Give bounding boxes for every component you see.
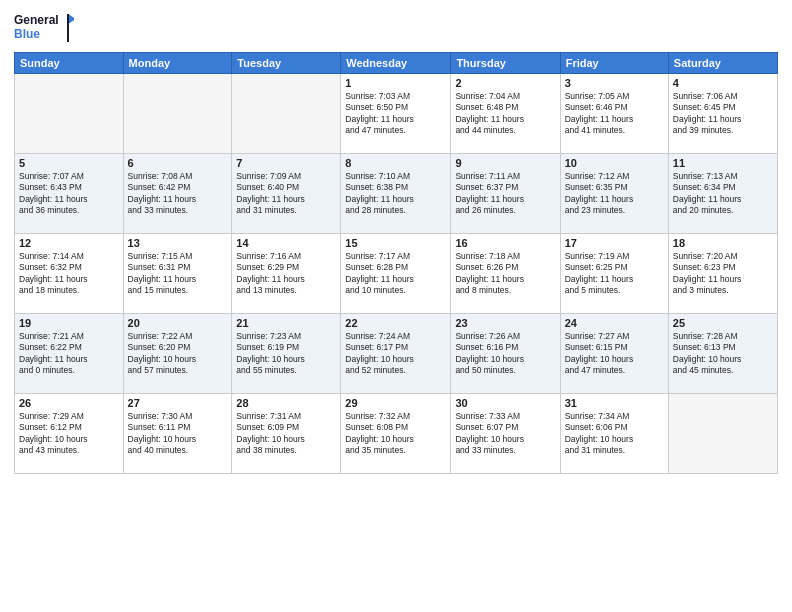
day-info: Sunrise: 7:24 AM Sunset: 6:17 PM Dayligh… [345,331,446,377]
day-number: 24 [565,317,664,329]
day-number: 19 [19,317,119,329]
weekday-header-monday: Monday [123,53,232,74]
day-number: 22 [345,317,446,329]
day-info: Sunrise: 7:05 AM Sunset: 6:46 PM Dayligh… [565,91,664,137]
calendar-cell [668,394,777,474]
day-number: 16 [455,237,555,249]
calendar-cell: 25Sunrise: 7:28 AM Sunset: 6:13 PM Dayli… [668,314,777,394]
calendar-cell: 9Sunrise: 7:11 AM Sunset: 6:37 PM Daylig… [451,154,560,234]
day-info: Sunrise: 7:11 AM Sunset: 6:37 PM Dayligh… [455,171,555,217]
calendar-cell [123,74,232,154]
day-info: Sunrise: 7:31 AM Sunset: 6:09 PM Dayligh… [236,411,336,457]
day-number: 5 [19,157,119,169]
calendar-cell: 2Sunrise: 7:04 AM Sunset: 6:48 PM Daylig… [451,74,560,154]
calendar-cell [232,74,341,154]
calendar-cell: 12Sunrise: 7:14 AM Sunset: 6:32 PM Dayli… [15,234,124,314]
day-number: 9 [455,157,555,169]
calendar-cell: 14Sunrise: 7:16 AM Sunset: 6:29 PM Dayli… [232,234,341,314]
day-number: 13 [128,237,228,249]
day-info: Sunrise: 7:15 AM Sunset: 6:31 PM Dayligh… [128,251,228,297]
day-info: Sunrise: 7:19 AM Sunset: 6:25 PM Dayligh… [565,251,664,297]
calendar: SundayMondayTuesdayWednesdayThursdayFrid… [14,52,778,474]
day-number: 26 [19,397,119,409]
day-number: 4 [673,77,773,89]
day-info: Sunrise: 7:18 AM Sunset: 6:26 PM Dayligh… [455,251,555,297]
calendar-cell: 4Sunrise: 7:06 AM Sunset: 6:45 PM Daylig… [668,74,777,154]
day-info: Sunrise: 7:04 AM Sunset: 6:48 PM Dayligh… [455,91,555,137]
weekday-header-wednesday: Wednesday [341,53,451,74]
day-number: 28 [236,397,336,409]
calendar-cell: 20Sunrise: 7:22 AM Sunset: 6:20 PM Dayli… [123,314,232,394]
day-number: 14 [236,237,336,249]
day-number: 18 [673,237,773,249]
day-info: Sunrise: 7:21 AM Sunset: 6:22 PM Dayligh… [19,331,119,377]
calendar-cell: 11Sunrise: 7:13 AM Sunset: 6:34 PM Dayli… [668,154,777,234]
day-info: Sunrise: 7:28 AM Sunset: 6:13 PM Dayligh… [673,331,773,377]
calendar-cell: 22Sunrise: 7:24 AM Sunset: 6:17 PM Dayli… [341,314,451,394]
day-number: 17 [565,237,664,249]
week-row-5: 26Sunrise: 7:29 AM Sunset: 6:12 PM Dayli… [15,394,778,474]
day-info: Sunrise: 7:03 AM Sunset: 6:50 PM Dayligh… [345,91,446,137]
day-info: Sunrise: 7:32 AM Sunset: 6:08 PM Dayligh… [345,411,446,457]
calendar-cell: 6Sunrise: 7:08 AM Sunset: 6:42 PM Daylig… [123,154,232,234]
day-number: 3 [565,77,664,89]
calendar-cell: 31Sunrise: 7:34 AM Sunset: 6:06 PM Dayli… [560,394,668,474]
weekday-header-row: SundayMondayTuesdayWednesdayThursdayFrid… [15,53,778,74]
day-info: Sunrise: 7:09 AM Sunset: 6:40 PM Dayligh… [236,171,336,217]
day-info: Sunrise: 7:33 AM Sunset: 6:07 PM Dayligh… [455,411,555,457]
day-info: Sunrise: 7:22 AM Sunset: 6:20 PM Dayligh… [128,331,228,377]
day-info: Sunrise: 7:20 AM Sunset: 6:23 PM Dayligh… [673,251,773,297]
day-number: 2 [455,77,555,89]
day-number: 6 [128,157,228,169]
day-number: 15 [345,237,446,249]
calendar-cell: 24Sunrise: 7:27 AM Sunset: 6:15 PM Dayli… [560,314,668,394]
day-number: 10 [565,157,664,169]
week-row-2: 5Sunrise: 7:07 AM Sunset: 6:43 PM Daylig… [15,154,778,234]
page: General Blue SundayMondayTuesdayWednesda… [0,0,792,612]
calendar-cell: 15Sunrise: 7:17 AM Sunset: 6:28 PM Dayli… [341,234,451,314]
day-number: 21 [236,317,336,329]
week-row-1: 1Sunrise: 7:03 AM Sunset: 6:50 PM Daylig… [15,74,778,154]
calendar-cell: 18Sunrise: 7:20 AM Sunset: 6:23 PM Dayli… [668,234,777,314]
weekday-header-thursday: Thursday [451,53,560,74]
day-number: 31 [565,397,664,409]
week-row-4: 19Sunrise: 7:21 AM Sunset: 6:22 PM Dayli… [15,314,778,394]
day-info: Sunrise: 7:34 AM Sunset: 6:06 PM Dayligh… [565,411,664,457]
calendar-cell: 27Sunrise: 7:30 AM Sunset: 6:11 PM Dayli… [123,394,232,474]
calendar-cell: 10Sunrise: 7:12 AM Sunset: 6:35 PM Dayli… [560,154,668,234]
day-info: Sunrise: 7:14 AM Sunset: 6:32 PM Dayligh… [19,251,119,297]
day-number: 23 [455,317,555,329]
day-info: Sunrise: 7:06 AM Sunset: 6:45 PM Dayligh… [673,91,773,137]
weekday-header-friday: Friday [560,53,668,74]
calendar-cell: 26Sunrise: 7:29 AM Sunset: 6:12 PM Dayli… [15,394,124,474]
weekday-header-saturday: Saturday [668,53,777,74]
weekday-header-sunday: Sunday [15,53,124,74]
calendar-cell [15,74,124,154]
calendar-cell: 8Sunrise: 7:10 AM Sunset: 6:38 PM Daylig… [341,154,451,234]
day-number: 12 [19,237,119,249]
day-number: 11 [673,157,773,169]
calendar-cell: 19Sunrise: 7:21 AM Sunset: 6:22 PM Dayli… [15,314,124,394]
day-info: Sunrise: 7:10 AM Sunset: 6:38 PM Dayligh… [345,171,446,217]
calendar-cell: 7Sunrise: 7:09 AM Sunset: 6:40 PM Daylig… [232,154,341,234]
day-info: Sunrise: 7:23 AM Sunset: 6:19 PM Dayligh… [236,331,336,377]
calendar-cell: 30Sunrise: 7:33 AM Sunset: 6:07 PM Dayli… [451,394,560,474]
day-info: Sunrise: 7:29 AM Sunset: 6:12 PM Dayligh… [19,411,119,457]
calendar-cell: 28Sunrise: 7:31 AM Sunset: 6:09 PM Dayli… [232,394,341,474]
week-row-3: 12Sunrise: 7:14 AM Sunset: 6:32 PM Dayli… [15,234,778,314]
calendar-cell: 17Sunrise: 7:19 AM Sunset: 6:25 PM Dayli… [560,234,668,314]
day-number: 20 [128,317,228,329]
calendar-cell: 23Sunrise: 7:26 AM Sunset: 6:16 PM Dayli… [451,314,560,394]
day-info: Sunrise: 7:16 AM Sunset: 6:29 PM Dayligh… [236,251,336,297]
weekday-header-tuesday: Tuesday [232,53,341,74]
day-number: 7 [236,157,336,169]
day-number: 1 [345,77,446,89]
day-info: Sunrise: 7:26 AM Sunset: 6:16 PM Dayligh… [455,331,555,377]
day-number: 30 [455,397,555,409]
calendar-cell: 21Sunrise: 7:23 AM Sunset: 6:19 PM Dayli… [232,314,341,394]
logo-svg: General Blue [14,10,74,46]
logo: General Blue [14,10,74,46]
day-info: Sunrise: 7:13 AM Sunset: 6:34 PM Dayligh… [673,171,773,217]
day-info: Sunrise: 7:27 AM Sunset: 6:15 PM Dayligh… [565,331,664,377]
day-info: Sunrise: 7:12 AM Sunset: 6:35 PM Dayligh… [565,171,664,217]
